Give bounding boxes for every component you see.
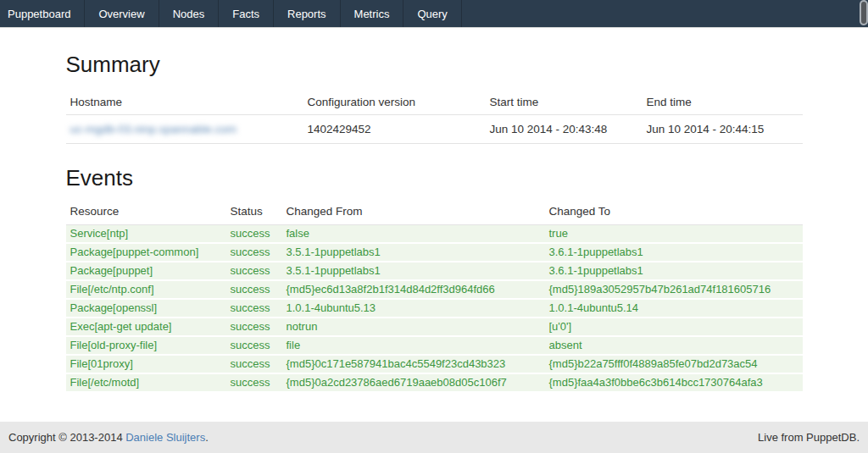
- event-status: success: [226, 280, 282, 299]
- summary-table: Hostname Configuration version Start tim…: [66, 90, 803, 144]
- copyright-suffix: .: [205, 431, 209, 444]
- event-resource: File[/etc/ntp.conf]: [66, 280, 226, 299]
- event-to: 3.6.1-1puppetlabs1: [545, 262, 803, 280]
- event-status: success: [226, 262, 282, 280]
- events-table: Resource Status Changed From Changed To …: [66, 202, 803, 393]
- table-row: File[/etc/ntp.conf] success {md5}ec6d13a…: [66, 280, 803, 299]
- event-to: absent: [545, 336, 803, 355]
- event-from: 3.5.1-1puppetlabs1: [282, 262, 545, 280]
- event-from: notrun: [282, 318, 545, 336]
- event-from: 1.0.1-4ubuntu5.13: [282, 299, 545, 318]
- event-to: 1.0.1-4ubuntu5.14: [545, 299, 803, 318]
- summary-configver-cell: 1402429452: [303, 115, 486, 144]
- table-row: Exec[apt-get update] success notrun [u'0…: [66, 318, 803, 336]
- table-row: Package[puppet-common] success 3.5.1-1pu…: [66, 243, 803, 262]
- event-resource: Package[openssl]: [66, 299, 226, 318]
- events-header-row: Resource Status Changed From Changed To: [66, 202, 803, 225]
- event-to: true: [545, 225, 803, 244]
- copyright-text: Copyright © 2013-2014 Daniele Sluijters.: [8, 431, 209, 444]
- table-row: File[old-proxy-file] success file absent: [66, 336, 803, 355]
- table-row: Service[ntp] success false true: [66, 225, 803, 244]
- summary-header-row: Hostname Configuration version Start tim…: [66, 90, 803, 115]
- event-resource: Package[puppet-common]: [66, 243, 226, 262]
- nav-item-metrics[interactable]: Metrics: [341, 0, 404, 27]
- summary-hostname-cell: uc-mgdb-03.ninp.spannable.com: [66, 115, 303, 144]
- event-from: 3.5.1-1puppetlabs1: [282, 243, 545, 262]
- event-resource: Service[ntp]: [66, 225, 226, 244]
- summary-col-endtime: End time: [643, 90, 803, 115]
- event-to: {md5}b22a75fff0f4889a85fe07bd2d73ac54: [545, 355, 803, 373]
- event-status: success: [226, 243, 282, 262]
- event-to: {md5}189a3052957b47b261ad74f181605716: [545, 280, 803, 299]
- event-resource: File[old-proxy-file]: [66, 336, 226, 355]
- copyright-prefix: Copyright © 2013-2014: [8, 431, 125, 444]
- nav-item-nodes[interactable]: Nodes: [159, 0, 220, 27]
- event-status: success: [226, 373, 282, 392]
- event-resource: File[01proxy]: [66, 355, 226, 373]
- events-col-from: Changed From: [282, 202, 545, 225]
- hostname-link[interactable]: uc-mgdb-03.ninp.spannable.com: [70, 123, 237, 135]
- event-resource: Exec[apt-get update]: [66, 318, 226, 336]
- event-to: 3.6.1-1puppetlabs1: [545, 243, 803, 262]
- events-col-to: Changed To: [545, 202, 803, 225]
- summary-endtime-cell: Jun 10 2014 - 20:44:15: [643, 115, 803, 144]
- event-status: success: [226, 225, 282, 244]
- nav-item-query[interactable]: Query: [403, 0, 461, 27]
- event-from: file: [282, 336, 545, 355]
- event-from: {md5}0a2cd23786aed6719aaeb08d05c106f7: [282, 373, 545, 392]
- table-row: Package[puppet] success 3.5.1-1puppetlab…: [66, 262, 803, 280]
- event-resource: File[/etc/motd]: [66, 373, 226, 392]
- events-col-status: Status: [226, 202, 282, 225]
- summary-col-configver: Configuration version: [303, 90, 486, 115]
- event-to: {md5}faa4a3f0bbe6c3b614bcc1730764afa3: [545, 373, 803, 392]
- top-navbar: Puppetboard Overview Nodes Facts Reports…: [0, 0, 868, 27]
- event-from: {md5}ec6d13a8f2b1f314d84d2ff3d964fd66: [282, 280, 545, 299]
- scrollbar-thumb[interactable]: [861, 2, 866, 24]
- event-status: success: [226, 355, 282, 373]
- table-row: File[/etc/motd] success {md5}0a2cd23786a…: [66, 373, 803, 392]
- event-status: success: [226, 336, 282, 355]
- event-to: [u'0']: [545, 318, 803, 336]
- events-heading: Events: [66, 164, 803, 191]
- event-resource: Package[puppet]: [66, 262, 226, 280]
- events-col-resource: Resource: [66, 202, 226, 225]
- event-from: {md5}0c171e587941bac4c5549f23cd43b323: [282, 355, 545, 373]
- event-status: success: [226, 318, 282, 336]
- puppetdb-status-text: Live from PuppetDB.: [758, 431, 860, 444]
- event-status: success: [226, 299, 282, 318]
- table-row: File[01proxy] success {md5}0c171e587941b…: [66, 355, 803, 373]
- nav-item-reports[interactable]: Reports: [274, 0, 341, 27]
- footer: Copyright © 2013-2014 Daniele Sluijters.…: [0, 422, 868, 453]
- nav-item-overview[interactable]: Overview: [85, 0, 159, 27]
- navbar-brand-puppetboard[interactable]: Puppetboard: [0, 0, 85, 27]
- summary-col-starttime: Start time: [486, 90, 643, 115]
- main-content: Summary Hostname Configuration version S…: [66, 51, 803, 393]
- summary-col-hostname: Hostname: [66, 90, 303, 115]
- summary-heading: Summary: [66, 51, 803, 78]
- summary-starttime-cell: Jun 10 2014 - 20:43:48: [486, 115, 643, 144]
- table-row: Package[openssl] success 1.0.1-4ubuntu5.…: [66, 299, 803, 318]
- summary-row: uc-mgdb-03.ninp.spannable.com 1402429452…: [66, 115, 803, 144]
- nav-item-facts[interactable]: Facts: [219, 0, 274, 27]
- author-link[interactable]: Daniele Sluijters: [125, 431, 205, 444]
- event-from: false: [282, 225, 545, 244]
